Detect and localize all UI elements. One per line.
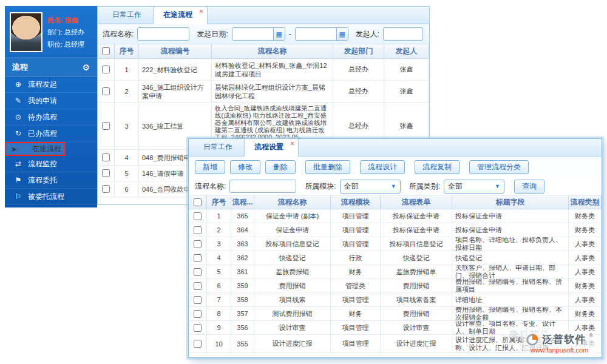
flow-design-button[interactable]: 流程设计: [360, 160, 405, 174]
cell-title-fields: 详细地址: [452, 293, 569, 306]
sidebar-item-flow-delegate[interactable]: ⚑ 流程委托: [5, 172, 97, 189]
header-flow-form: 流程表单: [381, 196, 452, 209]
user-title: 职位: 总经理: [47, 40, 84, 49]
close-tab-icon[interactable]: ×: [199, 8, 203, 15]
header-initiator: 发起人: [384, 44, 429, 59]
start-date-to-input[interactable]: ▦: [295, 27, 348, 41]
gear-icon[interactable]: ⚙: [82, 62, 90, 72]
start-date-from-input[interactable]: ▦: [232, 27, 285, 41]
header-title-fields: 标题字段: [452, 196, 569, 209]
table-row[interactable]: 1 222_材料验收登记 材料验收登记_材料采购_张鑫_华润12城房建工程项目 …: [98, 59, 429, 81]
row-checkbox[interactable]: [102, 66, 110, 73]
cell-no: 1: [207, 209, 231, 223]
row-checkbox[interactable]: [194, 340, 202, 348]
table-row[interactable]: 8 357 测试费用报销 财务 费用报销 费用报销、报销编号、报销名称、本次报销…: [189, 307, 602, 321]
row-checkbox[interactable]: [194, 212, 202, 220]
cell-flow-module: 项目管理: [331, 321, 381, 334]
batch-delete-button[interactable]: 批量删除: [305, 160, 350, 174]
delete-button[interactable]: 删除: [265, 160, 296, 174]
row-checkbox[interactable]: [194, 296, 202, 304]
initiator-input[interactable]: [383, 27, 423, 41]
close-tab-icon[interactable]: ×: [290, 140, 294, 147]
row-checkbox[interactable]: [102, 185, 110, 193]
inprocess-flows-icon: ➤: [9, 145, 19, 153]
category-select[interactable]: 全部 ▼: [444, 180, 504, 194]
sidebar-item-flow-initiate[interactable]: ⊕ 流程发起: [5, 76, 97, 93]
user-info: 姓名: 张鑫 部门: 总经办 职位: 总经理: [47, 12, 84, 53]
sidebar-item-label: 流程委托: [28, 175, 57, 186]
row-checkbox[interactable]: [102, 169, 110, 177]
table-row[interactable]: 5 361 差旅费报销 财务 差旅费报销单 关联客户、报销人、申请日期、部门、报…: [189, 265, 602, 279]
cell-flow-code: 355: [231, 335, 254, 352]
manage-flow-category-button[interactable]: 管理流程分类: [469, 160, 529, 174]
cell-flow-form: 投标项目信息登记: [381, 237, 452, 251]
tab-daily-work[interactable]: 日常工作: [103, 7, 151, 24]
row-checkbox[interactable]: [194, 268, 202, 276]
cell-flow-module: 项目管理: [331, 237, 381, 251]
row-checkbox[interactable]: [194, 282, 202, 290]
cell-title-fields: 项目名称、详细地址、投标负责人、投标日期: [452, 237, 569, 251]
sidebar-item-todo-flows[interactable]: ⊙ 待办流程: [5, 109, 97, 126]
calendar-icon[interactable]: ▦: [336, 28, 348, 40]
sidebar-item-label: 在途流程: [32, 144, 61, 154]
sidebar-item-my-applications[interactable]: ✎ 我的申请: [5, 93, 97, 109]
row-checkbox[interactable]: [194, 240, 202, 248]
header-flow-module: 流程模块: [331, 196, 381, 209]
sidebar-item-label: 被委托流程: [28, 192, 64, 202]
table-row[interactable]: 2 346_施工组织设计方案申请 晨铭园林绿化工程组织设计方案_晨铭园林绿化工程…: [98, 81, 429, 103]
cell-initiator: 张鑫: [384, 59, 429, 80]
calendar-icon[interactable]: ▦: [273, 28, 285, 40]
flow-name-input[interactable]: [229, 180, 296, 193]
select-all-checkbox[interactable]: [194, 198, 202, 206]
search-button[interactable]: 查询: [514, 180, 544, 194]
add-button[interactable]: 新增: [195, 160, 225, 174]
row-checkbox[interactable]: [194, 226, 202, 234]
table-row[interactable]: 7 358 项目线索 项目管理 项目线索备案 详细地址 人事类: [189, 293, 602, 307]
front-filter-bar: 流程名称: 所属模块: 全部 ▼ 所属类别: 全部 ▼ 查询: [189, 177, 602, 196]
flow-name-input[interactable]: [137, 27, 189, 41]
cell-no: 10: [207, 335, 231, 352]
table-row[interactable]: 1 365 保证金申请 (副本) 项目管理 投标保证金申请 投标保证金申请 财务…: [189, 209, 602, 223]
select-all-checkbox[interactable]: [102, 47, 110, 55]
initiator-label: 发起人:: [356, 29, 379, 39]
table-row[interactable]: 3 363 投标项目信息登记 项目管理 投标项目信息登记 项目名称、详细地址、投…: [189, 237, 602, 251]
back-tabbar: 日常工作 在途流程 ×: [98, 7, 429, 24]
tab-inprocess-flow[interactable]: 在途流程 ×: [153, 6, 208, 24]
row-checkbox[interactable]: [102, 122, 110, 130]
table-row[interactable]: 4 362 快递登记 行政 快递登记 快递登记 人事类: [189, 251, 602, 265]
header-flow-name: 流程名称: [254, 196, 331, 209]
sidebar-item-delegated-flows[interactable]: ⚐ 被委托流程: [5, 189, 97, 205]
sidebar-item-done-flows[interactable]: ↻ 已办流程: [5, 126, 97, 142]
cell-flow-name: 快递登记: [254, 251, 331, 265]
row-checkbox[interactable]: [102, 87, 110, 95]
sidebar-item-flow-monitor[interactable]: ⇄ 流程监控: [5, 156, 97, 172]
row-checkbox[interactable]: [194, 324, 202, 332]
sidebar-header-label: 流程: [12, 62, 28, 73]
cell-dept: 总经办: [333, 81, 384, 102]
cell-flow-code: 365: [231, 209, 254, 223]
cell-flow-category: 财务类: [569, 223, 602, 237]
row-checkbox[interactable]: [194, 310, 202, 318]
cell-no: 5: [115, 166, 139, 181]
delegated-flows-icon: ⚐: [13, 192, 23, 201]
edit-button[interactable]: 修改: [230, 160, 260, 174]
cell-flow-module: 财务: [331, 307, 381, 320]
table-row[interactable]: 6 359 费用报销 管理类 费用报销 费用报销、报销编号、报销名称、所属项目 …: [189, 279, 602, 293]
start-date-label: 发起日期:: [197, 29, 228, 39]
tab-daily-work-front[interactable]: 日常工作: [194, 139, 242, 156]
cell-flow-category: 财务类: [569, 307, 602, 320]
cell-no: 4: [207, 251, 231, 265]
cell-flow-module: 行政: [331, 251, 381, 265]
tab-flow-settings[interactable]: 流程设置 ×: [244, 138, 299, 157]
cell-no: 2: [207, 223, 231, 237]
row-checkbox[interactable]: [194, 254, 202, 262]
tab-label: 在途流程: [163, 10, 192, 19]
flow-copy-button[interactable]: 流程复制: [415, 160, 459, 174]
tab-label: 流程设置: [254, 143, 283, 151]
module-select[interactable]: 全部 ▼: [340, 180, 401, 194]
table-row[interactable]: 2 364 保证金申请 项目管理 投标保证金申请 投标保证金申请 财务类: [189, 223, 602, 237]
cell-no: 8: [207, 307, 231, 320]
sidebar-item-inprocess-flows[interactable]: ➤ 在途流程: [5, 142, 66, 156]
cell-flow-form: 快递登记: [381, 251, 452, 265]
row-checkbox[interactable]: [102, 153, 110, 161]
